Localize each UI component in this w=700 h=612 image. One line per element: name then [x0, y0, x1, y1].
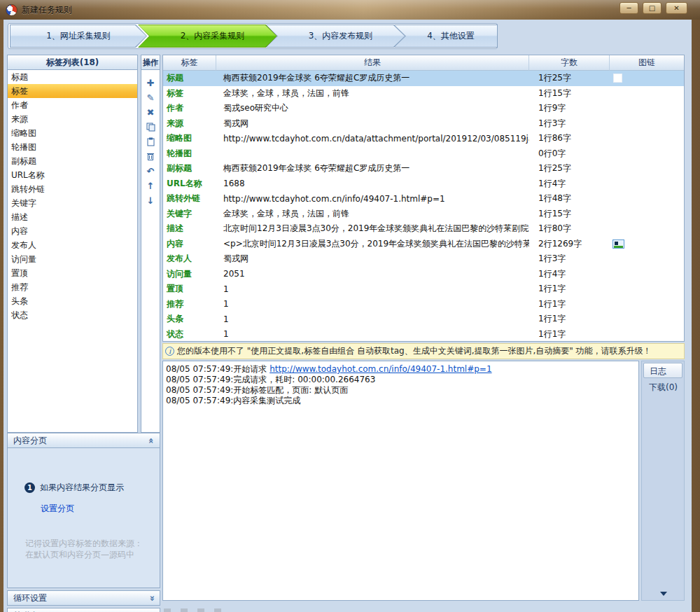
table-row[interactable]: 标签金球奖，金球，球员，法国，前锋1行15字 [163, 86, 684, 102]
column-header-result[interactable]: 结果 [216, 55, 529, 71]
sidebar-item[interactable]: 标题 [8, 70, 137, 84]
sidebar-item[interactable]: 来源 [8, 112, 137, 126]
column-header-tag[interactable]: 标签 [163, 55, 216, 71]
imagelink-cell [610, 86, 684, 102]
result-table-header: 标签 结果 字数 图链 [163, 55, 684, 71]
tab-download[interactable]: 下载(0) [643, 380, 682, 395]
sidebar-item[interactable]: 状态 [8, 308, 137, 322]
image-link-icon[interactable] [612, 239, 624, 249]
log-line: 08/05 07:57:49:内容采集测试完成 [166, 396, 636, 406]
imagelink-checkbox[interactable] [613, 74, 622, 83]
column-header-imagelink[interactable]: 图链 [610, 55, 684, 71]
sidebar-item[interactable]: 内容 [8, 224, 137, 238]
table-row[interactable]: 头条11行1字 [163, 312, 684, 327]
sidebar-item[interactable]: 跳转外链 [8, 182, 137, 196]
column-header-count[interactable]: 字数 [529, 55, 610, 71]
scroll-down-icon[interactable] [660, 592, 667, 596]
maximize-button[interactable]: □ [643, 2, 662, 14]
log-line: 08/05 07:57:49:完成请求，耗时: 00:00:00.2664763 [166, 375, 636, 385]
move-up-icon[interactable]: ↑ [144, 179, 158, 193]
sidebar-item[interactable]: 作者 [8, 98, 137, 112]
imagelink-cell [610, 312, 684, 327]
result-table: 标签 结果 字数 图链 标题梅西获颁2019年金球奖 6夺荣耀超C罗成历史第一1… [162, 55, 685, 342]
loop-panel-header[interactable]: 循环设置 « [7, 590, 160, 606]
collapse-icon[interactable]: « [146, 438, 156, 443]
result-cell: 1688 [216, 176, 529, 192]
minimize-button[interactable]: ─ [620, 2, 638, 14]
count-cell: 1行4字 [529, 176, 610, 192]
expand-icon[interactable]: « [146, 595, 156, 601]
sidebar-item[interactable]: 发布人 [8, 238, 137, 252]
sidebar-item[interactable]: 轮播图 [8, 140, 137, 154]
imagelink-cell [610, 176, 684, 192]
add-icon[interactable]: ✚ [144, 76, 158, 90]
imagelink-cell [610, 71, 684, 86]
trash-icon[interactable] [144, 149, 158, 164]
sidebar-item[interactable]: 推荐 [8, 280, 137, 294]
setup-pagination-link[interactable]: 设置分页 [41, 503, 74, 515]
step-tab-1[interactable]: 1、网址采集规则 [10, 25, 147, 48]
tag-cell: 内容 [163, 237, 216, 252]
related-panel-header[interactable]: 关联多页 [7, 608, 160, 612]
table-row[interactable]: 作者蜀戎seo研究中心1行9字 [163, 101, 684, 116]
table-row[interactable]: 副标题梅西获颁2019年金球奖 6夺荣耀超C罗成历史第一1行25字 [163, 161, 684, 176]
table-row[interactable]: 内容<p>北京时间12月3日凌晨3点30分，2019年金球奖颁奖典礼在法国巴黎的… [163, 237, 684, 252]
close-button[interactable]: ✕ [666, 2, 687, 14]
copy-icon[interactable] [144, 120, 158, 134]
sidebar-item[interactable]: 头条 [8, 294, 137, 308]
clipped-bottom-row [164, 608, 221, 612]
table-row[interactable]: 关键字金球奖，金球，球员，法国，前锋1行15字 [163, 207, 684, 222]
sidebar-item[interactable]: 关键字 [8, 196, 137, 210]
sidebar-item[interactable]: URL名称 [8, 168, 137, 182]
move-down-icon[interactable]: ↓ [144, 193, 158, 208]
step-tab-4[interactable]: 4、其他设置 [394, 25, 498, 48]
pagination-panel-header[interactable]: 内容分页 « [7, 433, 160, 448]
imagelink-cell [610, 207, 684, 222]
undo-icon[interactable]: ↶ [144, 164, 158, 179]
table-row[interactable]: 轮播图0行0字 [163, 146, 684, 162]
pagination-panel-title: 内容分页 [13, 435, 47, 447]
count-cell: 1行48字 [529, 191, 610, 207]
sidebar-item[interactable]: 描述 [8, 210, 137, 224]
delete-icon[interactable]: ✖ [144, 105, 158, 120]
tag-list: 标题标签作者来源缩略图轮播图副标题URL名称跳转外链关键字描述内容发布人访问量置… [7, 70, 138, 433]
tab-log[interactable]: 日志 [643, 363, 682, 378]
pagination-panel-body: 1 如果内容结果分页显示 设置分页 记得设置内容标签的数据来源： 在默认页和内容… [7, 448, 160, 588]
table-row[interactable]: 置顶11行1字 [163, 281, 684, 297]
log-request-link[interactable]: http://www.todayhot.com.cn/info/49407-1.… [270, 364, 491, 374]
count-cell: 1行3字 [529, 251, 610, 267]
sidebar-item[interactable]: 访问量 [8, 252, 137, 266]
count-cell: 2行1269字 [529, 237, 610, 252]
table-row[interactable]: 缩略图http://www.tcdayhot.com.cn/data/attac… [163, 131, 684, 146]
sidebar-item[interactable]: 置顶 [8, 266, 137, 280]
sidebar-item[interactable]: 副标题 [8, 154, 137, 168]
table-row[interactable]: 来源蜀戎网1行3字 [163, 116, 684, 132]
result-cell: 梅西获颁2019年金球奖 6夺荣耀超C罗成历史第一 [216, 71, 529, 86]
step-tab-3[interactable]: 3、内容发布规则 [266, 25, 405, 48]
table-row[interactable]: 描述北京时间12月3日凌晨3点30分，2019年金球奖颁奖典礼在法国巴黎的沙特莱… [163, 221, 684, 237]
table-row[interactable]: 发布人蜀戎网1行3字 [163, 251, 684, 267]
imagelink-cell [610, 101, 684, 116]
count-cell: 1行4字 [529, 267, 610, 282]
table-row[interactable]: 状态11行1字 [163, 327, 684, 342]
upgrade-notice-text: 您的版本使用不了 "使用正文提取,标签自由组合 自动获取tag、生成中文关键词,… [177, 345, 652, 357]
upgrade-notice: i 您的版本使用不了 "使用正文提取,标签自由组合 自动获取tag、生成中文关键… [162, 343, 685, 359]
result-cell [216, 146, 529, 162]
sidebar-item[interactable]: 缩略图 [8, 126, 137, 140]
imagelink-cell [610, 161, 684, 176]
ops-icons: ✚ ✎ ✖ ↶ ↑ ↓ [141, 70, 160, 433]
result-cell: 北京时间12月3日凌晨3点30分，2019年金球奖颁奖典礼在法国巴黎的沙特莱剧院… [216, 221, 529, 237]
table-row[interactable]: 标题梅西获颁2019年金球奖 6夺荣耀超C罗成历史第一1行25字 [163, 71, 684, 86]
step-tab-2[interactable]: 2、内容采集规则 [138, 25, 277, 48]
table-row[interactable]: 推荐11行1字 [163, 297, 684, 312]
count-cell: 1行1字 [529, 312, 610, 327]
table-row[interactable]: URL名称16881行4字 [163, 176, 684, 192]
sidebar-item[interactable]: 标签 [8, 84, 137, 98]
paste-icon[interactable] [144, 134, 158, 149]
related-panel-title: 关联多页 [13, 610, 47, 612]
count-cell: 1行15字 [529, 207, 610, 222]
table-row[interactable]: 访问量20511行4字 [163, 267, 684, 282]
table-row[interactable]: 跳转外链http://www.tcdayhot.com.cn/info/4940… [163, 191, 684, 207]
side-panel: 日志下载(0) [641, 361, 685, 601]
edit-icon[interactable]: ✎ [144, 90, 158, 105]
